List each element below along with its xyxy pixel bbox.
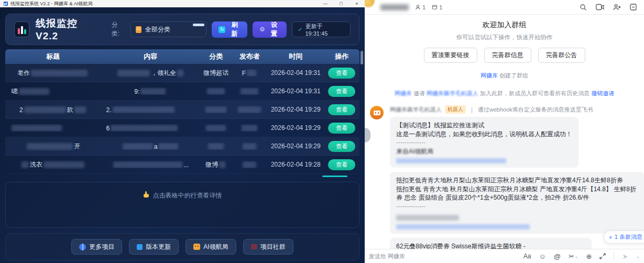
message-source: 来自AI领航局 (396, 147, 572, 156)
expand-icon[interactable] (599, 253, 606, 259)
check-icon: ✓ (298, 26, 302, 33)
chat-message-list[interactable]: 欢迎加入群组 你可以尝试以下操作，快速开始协作 置顶重要链接 完善群信息 完善群… (365, 15, 644, 249)
welcome-subtitle: 你可以尝试以下操作，快速开始协作 (365, 34, 644, 41)
view-button[interactable]: 查看 (328, 141, 355, 152)
maximize-button[interactable]: □ (333, 1, 349, 6)
settings-button[interactable]: ⚙ 设置 (253, 21, 287, 38)
add-member-icon[interactable] (613, 4, 621, 10)
system-message-created: 网赚库 创建了群组 (365, 72, 644, 80)
screenshot-icon[interactable]: ✂⌄ (569, 253, 578, 260)
table-row[interactable]: 6 2026-02-04 19:29 查看 (5, 119, 359, 137)
app-body: 线报监控 V2.2 分类: 全部分类 ↻ 刷新 ⚙ 设置 ✓ 更新于 19:31… (0, 7, 365, 263)
blurred-link[interactable] (396, 158, 506, 163)
window-title: 线报监控系统 V2.2 - 网赚库 & AI领航局 (10, 1, 93, 7)
text-format-icon[interactable]: Aa (523, 253, 531, 260)
mention-icon[interactable]: @ (554, 253, 561, 260)
table-row[interactable]: 老作 ，领礼全 微博超话 F 2026-02-04 19:31 查看 (5, 64, 359, 82)
welcome-title: 欢迎加入群组 (365, 20, 644, 30)
document-icon (136, 26, 141, 33)
hint-text: 点击表格中的行查看详情 (153, 191, 222, 200)
updated-time: 更新于 19:31:45 (305, 23, 345, 37)
welcome-block: 欢迎加入群组 你可以尝试以下操作，快速开始协作 置顶重要链接 完善群信息 完善群… (365, 15, 644, 63)
attachment-plus-icon[interactable]: ⊕ (586, 253, 592, 260)
column-content: 内容 (101, 52, 200, 61)
refresh-button[interactable]: ↻ 刷新 (212, 21, 247, 38)
bot-avatar[interactable] (370, 106, 384, 119)
bot-link[interactable]: 网赚库薅羊毛机器人 (427, 90, 478, 96)
category-select[interactable]: 全部分类 (130, 21, 206, 37)
send-icon[interactable]: ➤ (622, 253, 628, 260)
pin-count-chip[interactable]: 1 (432, 4, 442, 10)
group-owner-link[interactable]: 网赚库 (481, 72, 498, 79)
table-row[interactable]: 开 a 2026-02-04 19:29 查看 (5, 137, 359, 156)
new-message-badge[interactable]: » 1 条新消息 (604, 231, 644, 244)
view-button[interactable]: 查看 (328, 123, 355, 134)
column-publisher: 发布者 (232, 52, 268, 61)
message-bubble-test[interactable]: 【测试消息】线报监控推送测试 这是一条测试消息，如果您收到此消息，说明机器人配置… (390, 117, 578, 168)
category-value: 全部分类 (145, 25, 170, 34)
message-composer[interactable]: 发送给 网赚库 Aa ☺ @ ✂⌄ ⊕ ➤ ⌄ (365, 249, 644, 263)
app-logo-icon (14, 21, 29, 37)
globe-icon (79, 244, 86, 250)
tabs-icon (432, 4, 438, 10)
send-to-label: 发送给 网赚库 (369, 253, 405, 260)
video-call-icon[interactable] (596, 4, 604, 10)
group-info-button[interactable]: 完善群信息 (484, 48, 531, 63)
bot-message-group: 网赚库薅羊毛机器人 机器人 ｜ 通过webhook将自定义服务的消息推送至飞书 … (365, 105, 644, 249)
group-avatar[interactable] (365, 0, 375, 8)
column-action: 操作 (324, 52, 359, 61)
group-name (380, 4, 409, 10)
table-row[interactable]: 洗衣 ... 微博 2026-02-04 19:28 查看 (5, 156, 359, 174)
bot-description: 通过webhook将自定义服务的消息推送至飞书 (478, 106, 593, 114)
message-bubble-deal1[interactable]: 抵扣更低青青大地秋月梨山东莱阳正宗秋月冰糖梨产地直发净重4斤14.8生鲜8折券 … (390, 172, 644, 234)
report-table: 标题 内容 分类 发布者 时间 操作 老作 ，领礼全 微博超话 F 2026-0… (5, 49, 359, 178)
page-title: 线报监控 V2.2 (36, 17, 101, 42)
table-vertical-scrollbar[interactable] (361, 51, 363, 64)
view-button[interactable]: 查看 (328, 104, 355, 115)
table-row[interactable]: 2款 2. 2026-02-04 19:29 查看 (5, 101, 359, 119)
inviter-link[interactable]: 网赚库 (395, 90, 412, 96)
table-row[interactable]: 嗯 9: 2026-02-04 19:31 查看 (5, 82, 359, 101)
member-count-chip[interactable]: 1 (415, 4, 425, 10)
app-header: 线报监控 V2.2 分类: 全部分类 ↻ 刷新 ⚙ 设置 ✓ 更新于 19:31… (5, 14, 359, 45)
chevron-down-icon: ⌄ (575, 254, 578, 259)
divider (614, 253, 614, 260)
blurred-link[interactable] (396, 224, 530, 229)
revoke-invite-link[interactable]: 撤销邀请 (591, 90, 614, 96)
open-settings-icon[interactable] (630, 4, 637, 10)
version-update-button[interactable]: 版本更新 (129, 239, 179, 255)
minimize-button[interactable]: — (318, 1, 333, 6)
close-button[interactable]: × (349, 1, 365, 6)
system-message-invite: 网赚库 邀请 网赚库薅羊毛机器人 加入此群，新成员入群可查看所有历史消息 撤销邀… (365, 90, 644, 97)
table-header-row: 标题 内容 分类 发布者 时间 操作 (5, 49, 359, 64)
chat-app-window: 1 1 欢迎加入群组 你可以尝试以下操作，快速开始协作 置顶重要链接 完善群信息… (365, 0, 644, 263)
community-button[interactable]: 项目社群 (243, 239, 293, 255)
bot-badge: 机器人 (445, 105, 466, 114)
more-projects-button[interactable]: 更多项目 (71, 239, 122, 255)
robot-face-icon (374, 111, 380, 115)
members-icon (415, 4, 421, 10)
view-button[interactable]: 查看 (328, 159, 355, 170)
view-button[interactable]: 查看 (328, 86, 355, 97)
window-titlebar: 线报监控系统 V2.2 - 网赚库 & AI领航局 — □ × (0, 0, 365, 7)
column-time: 时间 (267, 52, 324, 61)
emoji-icon[interactable]: ☺ (539, 253, 545, 260)
table-horizontal-scrollbar[interactable] (5, 175, 359, 178)
group-announcement-button[interactable]: 完善群公告 (538, 48, 585, 63)
detail-hint-panel: 点击表格中的行查看详情 (5, 182, 359, 228)
send-options-chevron-icon[interactable]: ⌄ (636, 254, 640, 259)
column-category: 分类 (200, 52, 232, 61)
pointing-hand-icon (143, 191, 149, 198)
bot-sender-name: 网赚库薅羊毛机器人 (390, 106, 442, 114)
double-chevron-down-icon: » (608, 235, 614, 238)
pin-links-button[interactable]: 置顶重要链接 (424, 48, 477, 63)
footer-toolbar: 更多项目 版本更新 AI领航局 项目社群 (5, 233, 359, 260)
chat-header: 1 1 (365, 0, 644, 15)
column-title: 标题 (5, 52, 101, 61)
app-icon (4, 2, 8, 6)
message-bubble-deal2[interactable]: 62元叠88vip消费券 Swisse斯维诗益生菌软糖 - 62元叠88vip消… (390, 238, 592, 249)
search-icon[interactable] (580, 4, 587, 11)
view-button[interactable]: 查看 (328, 68, 355, 79)
updated-badge: ✓ 更新于 19:31:45 (292, 21, 351, 37)
ai-pilot-button[interactable]: AI领航局 (185, 239, 236, 255)
